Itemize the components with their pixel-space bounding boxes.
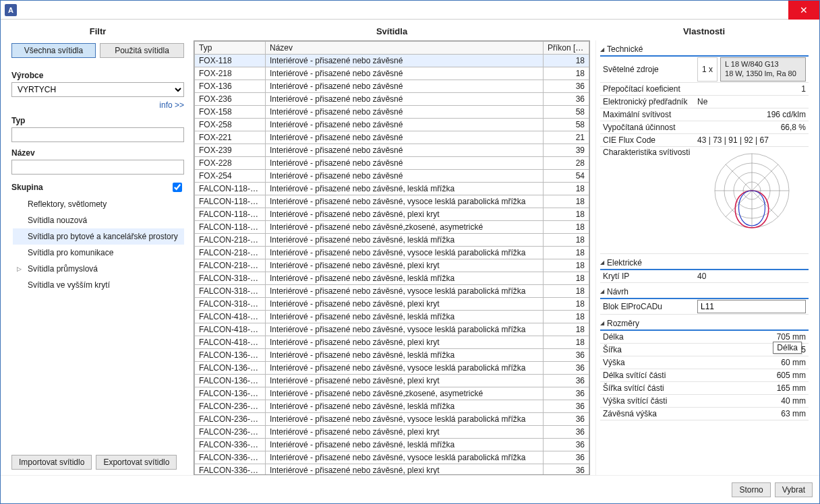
head-elektricke[interactable]: Elektrické bbox=[600, 257, 809, 270]
table-row[interactable]: FOX-228Interiérové - přisazené nebo závě… bbox=[195, 157, 589, 170]
table-row[interactable]: FALCON-218-ARInteriérové - přisazené neb… bbox=[195, 234, 589, 247]
cell-typ: FALCON-336-BAP bbox=[195, 451, 266, 464]
cell-typ: FOX-218 bbox=[195, 67, 266, 80]
table-row[interactable]: FOX-239Interiérové - přisazené nebo závě… bbox=[195, 144, 589, 157]
cell-typ: FALCON-418-BAP bbox=[195, 323, 266, 336]
table-row[interactable]: FALCON-336-ARInteriérové - přisazené neb… bbox=[195, 439, 589, 451]
properties-scroll[interactable]: Technické Světelné zdroje 1 x L 18 W/840… bbox=[595, 40, 813, 475]
cell-typ: FOX-118 bbox=[195, 55, 266, 67]
filter-tabs: Všechna svítidla Použitá svítidla bbox=[11, 43, 184, 58]
vybrat-button[interactable]: Vybrat bbox=[775, 482, 813, 497]
table-row[interactable]: FALCON-118-ARInteriérové - přisazené neb… bbox=[195, 183, 589, 195]
table-row[interactable]: FALCON-318-ARInteriérové - přisazené neb… bbox=[195, 272, 589, 285]
group-item[interactable]: Reflektory, světlomety bbox=[13, 196, 184, 212]
group-item[interactable]: Svítidla nouzová bbox=[13, 212, 184, 228]
luminaires-panel: Svítidla Typ Název Příkon [W] FOX-118Int… bbox=[194, 25, 590, 475]
table-row[interactable]: FALCON-136-ARInteriérové - přisazené neb… bbox=[195, 349, 589, 362]
table-row[interactable]: FALCON-118-ASInteriérové - přisazené neb… bbox=[195, 221, 589, 234]
k-sirka-sv: Šířka svítící části bbox=[600, 383, 695, 393]
table-row[interactable]: FALCON-236-ARInteriérové - přisazené neb… bbox=[195, 400, 589, 413]
cell-typ: FOX-236 bbox=[195, 93, 266, 106]
cell-nazev: Interiérové - přisazené nebo závěsné, vy… bbox=[266, 247, 544, 259]
table-row[interactable]: FALCON-218-BAPInteriérové - přisazené ne… bbox=[195, 247, 589, 259]
import-button[interactable]: Importovat svítidlo bbox=[11, 455, 92, 470]
tab-used-luminaires[interactable]: Použitá svítidla bbox=[100, 43, 184, 58]
head-rozmery[interactable]: Rozměry bbox=[600, 317, 809, 331]
group-label: Skupina bbox=[11, 181, 184, 194]
light-source-detail[interactable]: L 18 W/840 G13 18 W, 1350 lm, Ra 80 bbox=[720, 57, 806, 82]
cell-prikon: 36 bbox=[544, 451, 589, 464]
type-input[interactable] bbox=[11, 127, 184, 142]
table-row[interactable]: FALCON-418-PXInteriérové - přisazené neb… bbox=[195, 336, 589, 349]
table-row[interactable]: FALCON-336-BAPInteriérové - přisazené ne… bbox=[195, 451, 589, 464]
cell-typ: FALCON-236-AR bbox=[195, 400, 266, 413]
k-zavesna: Závěsná výška bbox=[600, 408, 695, 419]
table-row[interactable]: FOX-221Interiérové - přisazené nebo závě… bbox=[195, 131, 589, 144]
cell-nazev: Interiérové - přisazené nebo závěsné, le… bbox=[266, 349, 544, 362]
block-input[interactable] bbox=[697, 300, 806, 313]
table-row[interactable]: FALCON-136-BAPInteriérové - přisazené ne… bbox=[195, 362, 589, 375]
name-input[interactable] bbox=[11, 160, 184, 175]
group-item[interactable]: Svítidla ve vyšším krytí bbox=[13, 277, 184, 293]
tab-all-luminaires[interactable]: Všechna svítidla bbox=[11, 43, 96, 58]
table-row[interactable]: FALCON-318-PXInteriérové - přisazené neb… bbox=[195, 298, 589, 311]
cell-prikon: 36 bbox=[544, 426, 589, 439]
table-row[interactable]: FOX-136Interiérové - přisazené nebo závě… bbox=[195, 80, 589, 93]
close-icon: ✕ bbox=[800, 5, 808, 15]
col-prikon[interactable]: Příkon [W] bbox=[544, 42, 589, 55]
table-row[interactable]: FALCON-136-ASInteriérové - přisazené neb… bbox=[195, 387, 589, 400]
k-svetelne-zdroje: Světelné zdroje bbox=[600, 64, 695, 75]
table-row[interactable]: FOX-258Interiérové - přisazené nebo závě… bbox=[195, 119, 589, 131]
cell-prikon: 18 bbox=[544, 221, 589, 234]
col-nazev[interactable]: Název bbox=[266, 42, 544, 55]
cell-nazev: Interiérové - přisazené nebo závěsné, pl… bbox=[266, 464, 544, 475]
cell-nazev: Interiérové - přisazené nebo závěsné, pl… bbox=[266, 375, 544, 387]
head-navrh[interactable]: Návrh bbox=[600, 286, 809, 299]
table-row[interactable]: FOX-236Interiérové - přisazené nebo závě… bbox=[195, 93, 589, 106]
cell-typ: FOX-258 bbox=[195, 119, 266, 131]
group-item[interactable]: Svítidla pro komunikace bbox=[13, 245, 184, 261]
cell-nazev: Interiérové - přisazené nebo závěsné,zko… bbox=[266, 221, 544, 234]
cell-nazev: Interiérové - přisazené nebo závěsné, le… bbox=[266, 234, 544, 247]
cell-nazev: Interiérové - přisazené nebo závěsné bbox=[266, 93, 544, 106]
table-row[interactable]: FALCON-336-PXInteriérové - přisazené neb… bbox=[195, 464, 589, 475]
table-row[interactable]: FOX-218Interiérové - přisazené nebo závě… bbox=[195, 67, 589, 80]
cell-typ: FALCON-136-PX bbox=[195, 375, 266, 387]
cell-prikon: 58 bbox=[544, 106, 589, 119]
luminaires-scroll[interactable]: Typ Název Příkon [W] FOX-118Interiérové … bbox=[194, 41, 589, 474]
cell-typ: FOX-239 bbox=[195, 144, 266, 157]
cell-prikon: 36 bbox=[544, 387, 589, 400]
cell-nazev: Interiérové - přisazené nebo závěsné, le… bbox=[266, 311, 544, 323]
table-row[interactable]: FALCON-418-ARInteriérové - přisazené neb… bbox=[195, 311, 589, 323]
cell-prikon: 18 bbox=[544, 259, 589, 272]
group-item[interactable]: Svítidla průmyslová bbox=[13, 261, 184, 277]
table-row[interactable]: FALCON-136-PXInteriérové - přisazené neb… bbox=[195, 375, 589, 387]
group-item[interactable]: Svítidla pro bytové a kancelářské prosto… bbox=[13, 228, 184, 245]
export-button[interactable]: Exportovat svítidlo bbox=[96, 455, 177, 470]
table-row[interactable]: FOX-158Interiérové - přisazené nebo závě… bbox=[195, 106, 589, 119]
table-row[interactable]: FALCON-118-PXInteriérové - přisazené neb… bbox=[195, 208, 589, 221]
k-max-svit: Maximální svítivost bbox=[600, 109, 695, 120]
storno-button[interactable]: Storno bbox=[732, 482, 770, 497]
table-row[interactable]: FALCON-236-PXInteriérové - přisazené neb… bbox=[195, 426, 589, 439]
filter-content: Všechna svítidla Použitá svítidla Výrobc… bbox=[7, 40, 188, 475]
table-row[interactable]: FALCON-118-BAPInteriérové - přisazené ne… bbox=[195, 195, 589, 208]
k-koef: Přepočítací koeficient bbox=[600, 84, 695, 94]
close-button[interactable]: ✕ bbox=[788, 1, 819, 20]
app-icon: A bbox=[5, 4, 17, 16]
col-typ[interactable]: Typ bbox=[195, 42, 266, 55]
cell-typ: FALCON-118-BAP bbox=[195, 195, 266, 208]
table-row[interactable]: FOX-118Interiérové - přisazené nebo závě… bbox=[195, 55, 589, 67]
group-checkbox[interactable] bbox=[173, 183, 182, 192]
table-row[interactable]: FOX-254Interiérové - přisazené nebo závě… bbox=[195, 170, 589, 183]
group-list: Reflektory, světlometySvítidla nouzováSv… bbox=[13, 196, 184, 293]
cell-typ: FALCON-218-BAP bbox=[195, 247, 266, 259]
table-row[interactable]: FALCON-418-BAPInteriérové - přisazené ne… bbox=[195, 323, 589, 336]
light-source-multiplier: 1 x bbox=[697, 57, 718, 82]
head-technicke[interactable]: Technické bbox=[600, 43, 809, 57]
table-row[interactable]: FALCON-236-BAPInteriérové - přisazené ne… bbox=[195, 413, 589, 426]
manufacturer-select[interactable]: VYRTYCH bbox=[11, 82, 184, 97]
table-row[interactable]: FALCON-218-PXInteriérové - přisazené neb… bbox=[195, 259, 589, 272]
table-row[interactable]: FALCON-318-BAPInteriérové - přisazené ne… bbox=[195, 285, 589, 298]
info-link[interactable]: info >> bbox=[11, 100, 184, 110]
